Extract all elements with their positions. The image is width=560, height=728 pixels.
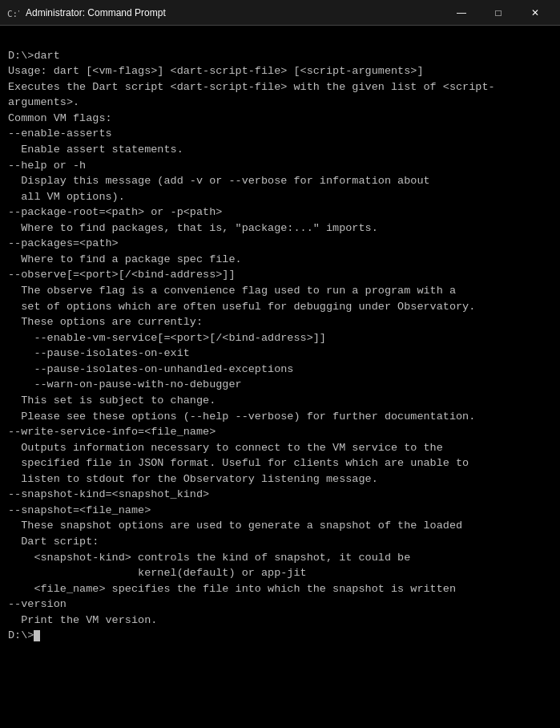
terminal-line: D:\>dart bbox=[8, 48, 552, 64]
terminal-line: D:\> bbox=[8, 628, 552, 644]
terminal-line: <file_name> specifies the file into whic… bbox=[8, 581, 552, 597]
terminal-line: --enable-vm-service[=<port>[/<bind-addre… bbox=[8, 330, 552, 346]
terminal-line: --pause-isolates-on-exit bbox=[8, 346, 552, 362]
terminal-line: Where to find a package spec file. bbox=[8, 252, 552, 268]
terminal-line: --version bbox=[8, 597, 552, 613]
title-bar-title: Administrator: Command Prompt bbox=[26, 7, 443, 18]
terminal-line: kernel(default) or app-jit bbox=[8, 565, 552, 581]
terminal-line: --observe[=<port>[/<bind-address>]] bbox=[8, 267, 552, 283]
minimize-button[interactable]: — bbox=[443, 0, 480, 26]
close-button[interactable]: ✕ bbox=[517, 0, 554, 26]
terminal-line: --pause-isolates-on-unhandled-exceptions bbox=[8, 362, 552, 378]
terminal-line: Print the VM version. bbox=[8, 613, 552, 629]
terminal-line: specified file in JSON format. Useful fo… bbox=[8, 455, 552, 471]
cursor bbox=[34, 630, 40, 641]
terminal-line: Enable assert statements. bbox=[8, 142, 552, 158]
terminal-line: Outputs information necessary to connect… bbox=[8, 440, 552, 456]
terminal-line: listen to stdout for the Observatory lis… bbox=[8, 471, 552, 487]
title-bar: C:\ Administrator: Command Prompt — □ ✕ bbox=[0, 0, 560, 26]
terminal-line: set of options which are often useful fo… bbox=[8, 299, 552, 315]
terminal: D:\>dartUsage: dart [<vm-flags>] <dart-s… bbox=[0, 26, 560, 728]
terminal-line: --enable-asserts bbox=[8, 126, 552, 142]
terminal-line: Dart script: bbox=[8, 534, 552, 550]
terminal-line: --package-root=<path> or -p<path> bbox=[8, 204, 552, 220]
terminal-line: --packages=<path> bbox=[8, 236, 552, 252]
terminal-line: --snapshot-kind=<snapshot_kind> bbox=[8, 487, 552, 503]
terminal-line: These snapshot options are used to gener… bbox=[8, 518, 552, 534]
terminal-line: The observe flag is a convenience flag u… bbox=[8, 283, 552, 299]
terminal-line: --help or -h bbox=[8, 158, 552, 174]
terminal-line: Display this message (add -v or --verbos… bbox=[8, 173, 552, 189]
terminal-line: --write-service-info=<file_name> bbox=[8, 424, 552, 440]
terminal-line: These options are currently: bbox=[8, 314, 552, 330]
maximize-button[interactable]: □ bbox=[480, 0, 517, 26]
terminal-line: This set is subject to change. bbox=[8, 393, 552, 409]
terminal-line: Where to find packages, that is, "packag… bbox=[8, 220, 552, 237]
terminal-line: arguments>. bbox=[8, 95, 552, 111]
terminal-line: Executes the Dart script <dart-script-fi… bbox=[8, 79, 552, 95]
terminal-line: <snapshot-kind> controls the kind of sna… bbox=[8, 550, 552, 566]
terminal-line: Please see these options (--help --verbo… bbox=[8, 409, 552, 425]
cmd-icon: C:\ bbox=[6, 6, 19, 19]
terminal-line: --snapshot=<file_name> bbox=[8, 503, 552, 519]
terminal-line: all VM options). bbox=[8, 189, 552, 205]
svg-text:C:\: C:\ bbox=[7, 9, 19, 19]
terminal-line: Usage: dart [<vm-flags>] <dart-script-fi… bbox=[8, 63, 552, 79]
terminal-line: Common VM flags: bbox=[8, 111, 552, 127]
terminal-line: --warn-on-pause-with-no-debugger bbox=[8, 377, 552, 393]
